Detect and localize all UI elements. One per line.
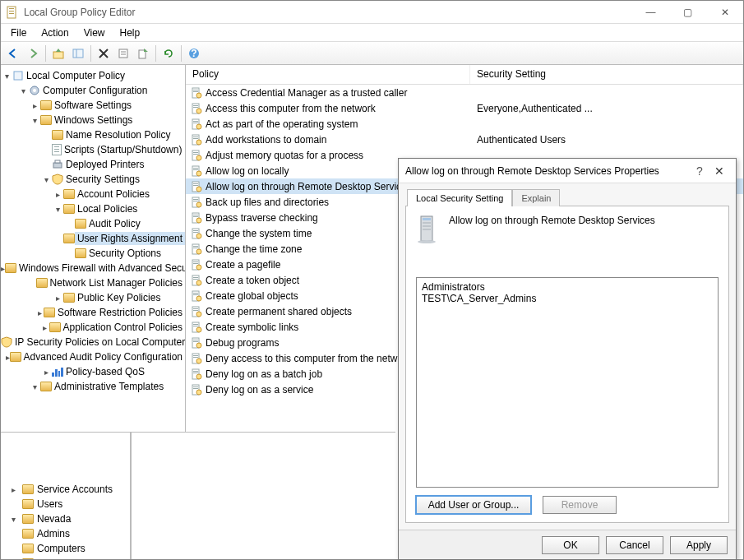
tree-node[interactable]: ▾Local Policies bbox=[1, 201, 185, 216]
expand-toggle[interactable]: ▸ bbox=[40, 323, 49, 332]
column-security-setting[interactable]: Security Setting bbox=[470, 65, 743, 84]
tree-node[interactable]: ▸Application Control Policies bbox=[1, 320, 185, 335]
svg-point-61 bbox=[196, 249, 201, 254]
tree-node[interactable]: ▸Account Policies bbox=[1, 187, 185, 201]
tree-label: IP Security Policies on Local Computer bbox=[12, 336, 186, 349]
policy-name: Create global objects bbox=[206, 290, 298, 302]
expand-toggle[interactable]: ▸ bbox=[52, 190, 63, 199]
expand-toggle[interactable]: ▾ bbox=[17, 86, 29, 95]
refresh-button[interactable] bbox=[159, 44, 178, 62]
properties-button[interactable] bbox=[114, 44, 132, 62]
tree-node[interactable]: User Rights Assignment bbox=[1, 231, 185, 246]
tree-node[interactable]: ▸Software Settings bbox=[1, 98, 185, 113]
tree-node[interactable]: ▸Windows Firewall with Advanced Security bbox=[1, 261, 185, 275]
shield-icon bbox=[1, 336, 12, 348]
up-button[interactable] bbox=[49, 44, 67, 62]
svg-point-93 bbox=[196, 374, 201, 379]
expand-toggle[interactable]: ▸ bbox=[6, 353, 10, 362]
column-policy[interactable]: Policy bbox=[186, 65, 470, 84]
lower-tree-node[interactable]: Computers bbox=[1, 541, 130, 556]
lower-tree-node[interactable]: ▾Nevada bbox=[1, 511, 130, 526]
tree-node[interactable]: ▸Policy-based QoS bbox=[1, 364, 185, 379]
export-button[interactable] bbox=[134, 44, 152, 62]
help-button[interactable]: ? bbox=[185, 44, 203, 62]
expand-toggle[interactable]: ▸ bbox=[29, 101, 40, 110]
policy-icon bbox=[191, 259, 202, 271]
tree-node[interactable]: IP Security Policies on Local Computer bbox=[1, 335, 185, 349]
menu-help[interactable]: Help bbox=[113, 25, 147, 40]
menu-action[interactable]: Action bbox=[35, 25, 75, 40]
lower-tree-node[interactable]: Contacts bbox=[1, 556, 130, 559]
lower-tree-node[interactable]: Users bbox=[1, 497, 130, 511]
tree-node[interactable]: Name Resolution Policy bbox=[1, 127, 185, 142]
tree-node[interactable]: ▾Computer Configuration bbox=[1, 83, 185, 98]
tree-node[interactable]: ▾Windows Settings bbox=[1, 113, 185, 127]
cancel-button[interactable]: Cancel bbox=[606, 536, 663, 554]
principals-listbox[interactable]: AdministratorsTEST\CA_Server_Admins bbox=[416, 277, 719, 488]
expand-toggle[interactable]: ▸ bbox=[40, 368, 52, 377]
menu-file[interactable]: File bbox=[4, 25, 33, 40]
policy-row[interactable]: Access this computer from the networkEve… bbox=[186, 100, 743, 116]
tree-node[interactable]: ▸Advanced Audit Policy Configuration bbox=[1, 349, 185, 364]
svg-rect-68 bbox=[193, 279, 198, 280]
tree-node[interactable]: Scripts (Startup/Shutdown) bbox=[1, 142, 185, 157]
tree-node[interactable]: Deployed Printers bbox=[1, 157, 185, 172]
tree-label: Deployed Printers bbox=[63, 158, 146, 171]
policy-icon bbox=[191, 150, 202, 161]
svg-rect-17 bbox=[55, 160, 60, 163]
principal-item[interactable]: Administrators bbox=[422, 281, 713, 293]
folder-icon bbox=[22, 558, 34, 559]
svg-rect-88 bbox=[193, 357, 198, 358]
dialog-help-button[interactable]: ? bbox=[690, 164, 709, 178]
remove-button[interactable]: Remove bbox=[543, 496, 617, 514]
policy-row[interactable]: Add workstations to domainAuthenticated … bbox=[186, 132, 743, 147]
show-hide-tree-button[interactable] bbox=[69, 44, 87, 62]
dialog-tabs: Local Security Setting Explain bbox=[399, 183, 736, 206]
expand-toggle[interactable]: ▸ bbox=[35, 308, 44, 317]
policy-row[interactable]: Access Credential Manager as a trusted c… bbox=[186, 85, 743, 100]
expand-toggle[interactable]: ▾ bbox=[40, 175, 52, 184]
tree-node[interactable]: ▾Security Settings bbox=[1, 172, 185, 187]
expand-toggle[interactable]: ▾ bbox=[29, 116, 40, 125]
expand-toggle[interactable]: ▾ bbox=[29, 382, 40, 391]
tree-node[interactable]: Network List Manager Policies bbox=[1, 275, 185, 290]
expand-toggle[interactable]: ▾ bbox=[52, 205, 63, 214]
ok-button[interactable]: OK bbox=[542, 536, 599, 554]
svg-rect-48 bbox=[193, 201, 198, 201]
tab-local-security-setting[interactable]: Local Security Setting bbox=[407, 189, 512, 206]
forward-button[interactable] bbox=[24, 44, 42, 62]
apply-button[interactable]: Apply bbox=[670, 536, 728, 554]
folder-icon bbox=[63, 234, 75, 243]
tree-label: Public Key Policies bbox=[75, 291, 163, 304]
tree-node[interactable]: ▾Administrative Templates bbox=[1, 379, 185, 394]
lower-tree-node[interactable]: Admins bbox=[1, 526, 130, 541]
gear-icon bbox=[29, 85, 40, 96]
svg-rect-47 bbox=[193, 199, 198, 200]
policy-row[interactable]: Act as part of the operating system bbox=[186, 116, 743, 132]
dialog-close-button[interactable]: ✕ bbox=[709, 164, 729, 178]
tree-node[interactable]: ▸Public Key Policies bbox=[1, 290, 185, 305]
tree-node[interactable]: Audit Policy bbox=[1, 216, 185, 231]
tree-node[interactable]: Security Options bbox=[1, 246, 185, 261]
expand-toggle[interactable]: ▸ bbox=[52, 294, 63, 303]
close-button[interactable]: ✕ bbox=[706, 1, 743, 23]
policy-setting: Everyone,Authenticated ... bbox=[477, 103, 593, 114]
principal-item[interactable]: TEST\CA_Server_Admins bbox=[422, 293, 713, 304]
tree-label: Application Control Policies bbox=[61, 321, 185, 334]
lower-tree-node[interactable]: ▸Service Accounts bbox=[1, 482, 130, 497]
svg-point-49 bbox=[196, 202, 201, 207]
tree-root[interactable]: Local Computer Policy bbox=[24, 69, 127, 82]
tab-explain[interactable]: Explain bbox=[512, 189, 560, 206]
maximize-button[interactable]: ▢ bbox=[669, 1, 706, 23]
minimize-button[interactable]: — bbox=[632, 1, 669, 23]
add-user-or-group-button[interactable]: Add User or Group... bbox=[416, 496, 531, 514]
folder-icon bbox=[22, 484, 34, 494]
lower-tree[interactable]: ▸Service AccountsUsers▾NevadaAdminsCompu… bbox=[1, 433, 131, 559]
menu-view[interactable]: View bbox=[77, 25, 112, 40]
list-header: Policy Security Setting bbox=[186, 65, 743, 85]
back-button[interactable] bbox=[4, 44, 22, 62]
delete-button[interactable] bbox=[95, 44, 113, 62]
lower-tree-label: Contacts bbox=[37, 558, 76, 559]
tree-node[interactable]: ▸Software Restriction Policies bbox=[1, 305, 185, 320]
policy-icon bbox=[191, 87, 202, 99]
